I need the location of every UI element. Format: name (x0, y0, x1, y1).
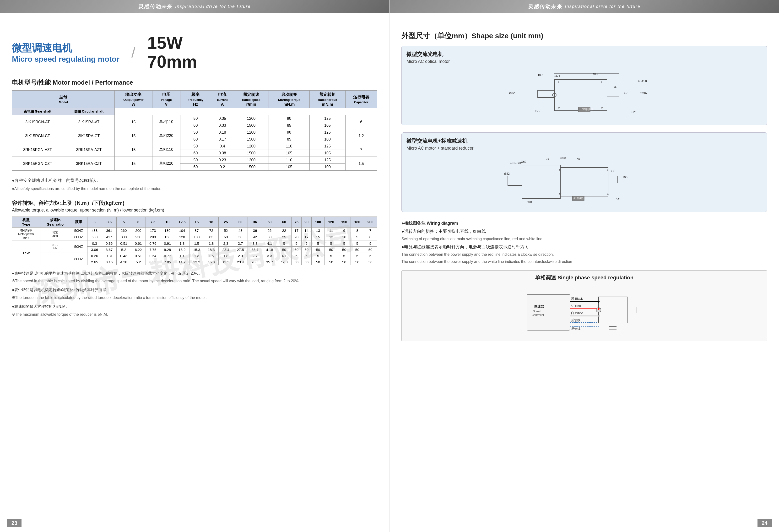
svg-rect-56 (627, 307, 637, 313)
note2-en1: ※The speed in the table is calculated by… (12, 278, 377, 285)
table-row: 3RK15RGN-CZT 3RK15RA-CZT 15 单相220 50 0.2… (12, 157, 377, 164)
motor-diagram-1: 6P连接器 Ø82 Ø71 32 60.8 10.5 7.7 4-Ø5.8 (506, 70, 662, 118)
header-banner-right: 灵感传动未来 Inspirational drive for the futur… (390, 0, 779, 13)
micro-optical-title-en: Micro AC optical motor (407, 59, 762, 64)
brand-en-right: Inspirational drive for the future (565, 4, 641, 9)
svg-text:Ø82: Ø82 (504, 172, 510, 175)
col-gear-shaft: 齿轮轴 Gear shaft (12, 108, 63, 115)
svg-rect-24 (508, 176, 522, 185)
svg-text:Ø71: Ø71 (554, 74, 560, 78)
brand-zh-left: 灵感传动未来 (138, 3, 173, 10)
title-section: 微型调速电机 Micro speed regulating motor / 15… (12, 34, 377, 71)
svg-rect-23 (560, 168, 608, 196)
svg-text:4-Ø5.8/D5: 4-Ø5.8/D5 (510, 162, 522, 165)
note2-zh1: ●表中转速是以电机的平均转速为基数除以减速比所算出的数值，实际转速将随负载大小变… (12, 270, 377, 277)
svg-text:□70: □70 (535, 109, 540, 113)
svg-text:7.7: 7.7 (610, 170, 615, 173)
col-starting-torque: 启动转矩Starting torquemN.m (268, 91, 309, 108)
motor-performance-table: 型号Model 输出功率Output powerW 电压VoltageV 频率F… (12, 90, 377, 171)
svg-text:□70: □70 (527, 200, 532, 203)
page-number-right: 24 (758, 519, 772, 527)
col-freq: 频率 (70, 217, 87, 227)
svg-point-12 (558, 81, 560, 83)
micro-ac-standard-box: 微型交流电机+标准减速机 Micro AC motor + standard r… (402, 132, 767, 212)
micro-optical-title-zh: 微型交流光电机 (407, 51, 762, 58)
notes-section-2: ●表中转速是以电机的平均转速为基数除以减速比所算出的数值，实际转速将随负载大小变… (12, 270, 377, 318)
svg-text:60.8: 60.8 (560, 157, 566, 160)
svg-point-65 (598, 315, 600, 317)
single-phase-box: 单相调速 Single phase speed regulation 黑 Bla… (402, 270, 767, 341)
motor-diagram-svg-2: 6P连接器 Ø82 Ø62 42 32 7.7 10.5 60.8 4-Ø5.8… (503, 156, 665, 206)
notes-section-1: ●各种安全规格以电机铭牌上的型号名称确认。 ●All safety specif… (12, 177, 377, 192)
col-type: 机型Type (12, 217, 40, 227)
table-row: 15W 3GU-□K 50HZ 0.30.360.510.610.760.911… (12, 240, 377, 246)
svg-rect-54 (599, 297, 627, 323)
svg-rect-1 (538, 90, 554, 98)
note2-zh2: ●表中转矩是以电机额定转矩x减速比x传动效率计算而得。 (12, 287, 377, 293)
svg-text:反馈线: 反馈线 (571, 318, 581, 322)
motor-diagram-2: 6P连接器 Ø82 Ø62 42 32 7.7 10.5 60.8 4-Ø5.8… (407, 155, 762, 207)
power-title: 15W 70mm (147, 34, 197, 71)
table-row: 3IK15RGN-AT 3IK15RA-AT 15 单相110 50 0.35 … (12, 115, 377, 122)
shape-size-title: 外型尺寸（单位mm）Shape size (unit mm) (402, 31, 767, 41)
svg-text:4-Ø5.8: 4-Ø5.8 (638, 79, 647, 83)
note2-zh3: ●减速箱的最大容许转矩为5N.M。 (12, 303, 377, 310)
wiring-svg: 黑 Black 红 Red 白 White 反馈线 反馈线 (513, 285, 656, 338)
micro-standard-title-en: Micro AC motor + standard reducer (407, 146, 762, 151)
svg-rect-2 (607, 91, 619, 97)
svg-text:7.7: 7.7 (624, 91, 628, 95)
col-circular-shaft: 圆轴 Circular shaft (63, 108, 115, 115)
micro-ac-optical-box: 微型交流光电机 Micro AC optical motor 6P连接器 Ø82… (402, 46, 767, 125)
svg-text:反馈线: 反馈线 (571, 327, 581, 331)
note-en1: ●All safety specifications are certified… (12, 185, 377, 192)
page-left: 灵感传动未来 Inspirational drive for the futur… (0, 0, 390, 532)
wiring-diagram: 黑 Black 红 Red 白 White 反馈线 反馈线 (405, 285, 763, 338)
svg-text:32: 32 (614, 85, 617, 88)
svg-text:Ø82: Ø82 (509, 91, 515, 95)
note2-en3: ※The maximum allowable torque of the red… (12, 311, 377, 318)
page-number-left: 23 (7, 519, 21, 527)
wiring-line2-en2: The connection between the power supply … (402, 251, 767, 258)
single-phase-title: 单相调速 Single phase speed regulation (405, 274, 763, 281)
svg-text:32: 32 (577, 158, 581, 161)
table-row: 电机功率Motor power/rpm 转速/rpm 50HZ 43336126… (12, 227, 377, 234)
wiring-line2-en: Switching of operating direction: main s… (402, 235, 767, 243)
svg-text:7.5°: 7.5° (615, 197, 620, 200)
svg-text:42: 42 (546, 158, 549, 161)
svg-text:6P连接器: 6P连接器 (582, 108, 593, 111)
table-row: 3IK15RGN-CT 3IK15RA-CT 15 单相220 50 0.18 … (12, 129, 377, 136)
svg-text:10.5: 10.5 (538, 73, 543, 77)
wiring-line3-en: The connection between the power supply … (402, 258, 767, 265)
motor-table-title: 电机型号/性能 Motor model / Performance (12, 78, 377, 87)
svg-text:6P连接器: 6P连接器 (574, 197, 584, 199)
svg-text:6.2°: 6.2° (631, 110, 636, 114)
title-zh: 微型调速电机 (12, 41, 119, 55)
wiring-section: ●接线图备注 Wiring diagram ●运转方向的切换：主要切换电容线，红… (402, 219, 767, 265)
col-current: 电流currentA (211, 91, 234, 108)
svg-point-63 (598, 301, 600, 303)
wiring-line1: ●运转方向的切换：主要切换电容线，红白线 (402, 227, 767, 235)
svg-text:Speed: Speed (533, 310, 541, 313)
svg-text:60.8: 60.8 (593, 72, 598, 75)
col-reduction: 减速比Gear ratio (40, 217, 70, 227)
brand-zh-right: 灵感传动未来 (528, 3, 562, 10)
svg-text:白 White: 白 White (571, 311, 583, 315)
col-power: 输出功率Output powerW (115, 91, 152, 108)
col-capacitor: 运行电容Capacitor (346, 91, 377, 108)
col-rated-speed: 额定转速Rated speedr/min (234, 91, 268, 108)
page-right: 灵感传动未来 Inspirational drive for the futur… (390, 0, 779, 532)
wiring-title: ●接线图备注 Wiring diagram (402, 219, 767, 227)
motor-diagram-svg: 6P连接器 Ø82 Ø71 32 60.8 10.5 7.7 4-Ø5.8 (407, 68, 762, 120)
micro-standard-title-zh: 微型交流电机+标准减速机 (407, 137, 762, 144)
col-model: 型号Model (12, 91, 115, 108)
brand-en-left: Inspirational drive for the future (175, 4, 251, 9)
allowable-torque-table: 机型Type 减速比Gear ratio 频率 33.6567.5 1012.5… (12, 217, 377, 265)
svg-point-64 (598, 308, 600, 310)
note-zh1: ●各种安全规格以电机铭牌上的型号名称确认。 (12, 177, 377, 184)
svg-text:Controller: Controller (532, 313, 544, 317)
svg-text:红 Red: 红 Red (571, 304, 581, 308)
svg-text:Ødh7: Ødh7 (641, 91, 648, 95)
svg-text:调速器: 调速器 (534, 304, 544, 308)
allowable-section-title: 容许转矩、容许力矩:上段（N.m）/下段(kgf.cm) Allowable t… (12, 199, 377, 213)
col-rated-torque: 额定转矩Rated torquemN.m (309, 91, 346, 108)
